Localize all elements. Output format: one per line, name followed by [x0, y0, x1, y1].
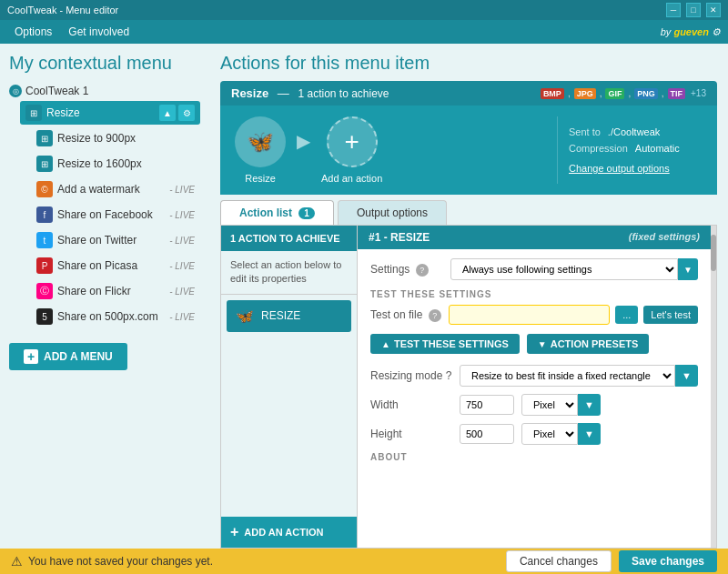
status-bar: ⚠ You have not saved your changes yet. C…: [0, 549, 728, 574]
test-these-settings-button[interactable]: ▲ TEST THESE SETTINGS: [370, 334, 520, 354]
sidebar-item-resize-1600[interactable]: ⊞ Resize to 1600px: [31, 152, 200, 176]
live-badge-watermark: - LIVE: [169, 185, 195, 195]
add-action-circle[interactable]: +: [327, 116, 378, 167]
file-type-png: PNG: [634, 88, 658, 99]
tree-settings-btn[interactable]: ⚙: [178, 105, 195, 121]
sidebar-item-twitter[interactable]: t Share on Twitter - LIVE: [31, 228, 200, 252]
height-label: Height: [370, 428, 452, 440]
tab-output-options[interactable]: Output options: [338, 200, 447, 225]
change-output-link[interactable]: Change output options: [569, 163, 692, 174]
test-section-label: TEST THESE SETTINGS: [370, 289, 698, 299]
settings-body: Settings ? Always use following settings…: [358, 249, 711, 548]
sidebar-item-resize[interactable]: ⊞ Resize ▲ ⚙: [20, 101, 200, 125]
height-unit-select[interactable]: Pixel: [521, 423, 578, 445]
sidebar-item-facebook[interactable]: f Share on Facebook - LIVE: [31, 203, 200, 227]
action-list-left: 1 ACTION TO ACHIEVE Select an action bel…: [221, 226, 358, 548]
main-container: My contextual menu ◎ CoolTweak 1 ⊞ Resiz…: [0, 44, 728, 549]
menubar: Options Get involved by gueven ⚙: [0, 20, 728, 44]
resize-900-icon: ⊞: [36, 130, 53, 146]
test-browse-button[interactable]: ...: [615, 306, 638, 324]
height-input[interactable]: [460, 424, 514, 444]
settings-select[interactable]: Always use following settings: [450, 258, 678, 280]
test-on-file-input[interactable]: [449, 305, 610, 325]
arrow-icon: ▶: [297, 130, 310, 152]
status-text: ⚠ You have not saved your changes yet.: [11, 554, 213, 569]
sidebar-item-watermark[interactable]: © Add a watermark - LIVE: [31, 177, 200, 201]
height-unit-wrap: Pixel ▼: [521, 423, 601, 445]
tree-up-btn[interactable]: ▲: [159, 105, 176, 121]
flickr-icon: Ⓒ: [36, 283, 53, 299]
file-sep2: ,: [600, 88, 602, 98]
action-visual-output: Sent to ./Cooltweak Compression Automati…: [557, 116, 703, 184]
resizing-mode-select-wrap: Resize to best fit inside a fixed rectan…: [460, 365, 698, 387]
settings-select-arrow[interactable]: ▼: [678, 258, 698, 280]
add-menu-button[interactable]: + ADD A MENU: [9, 343, 127, 370]
settings-label-text: Settings: [370, 263, 410, 276]
file-type-bmp: BMP: [541, 88, 564, 99]
width-unit-arrow[interactable]: ▼: [578, 394, 601, 416]
action-item-add[interactable]: + Add an action: [321, 116, 382, 184]
action-separator: —: [278, 86, 289, 100]
about-label: ABOUT: [370, 452, 698, 462]
sidebar-item-500px[interactable]: 5 Share on 500px.com - LIVE: [31, 305, 200, 328]
resizing-mode-row: Resizing mode ? Resize to best fit insid…: [370, 365, 698, 387]
action-item-resize-label: Resize: [245, 173, 276, 184]
sidebar-item-flickr[interactable]: Ⓒ Share on Flickr - LIVE: [31, 279, 200, 303]
action-presets-button[interactable]: ▼ ACTION PRESETS: [527, 334, 649, 354]
width-label: Width: [370, 398, 452, 411]
tab-action-list-label: Action list: [239, 206, 292, 219]
tabs-row: Action list 1 Output options: [220, 195, 717, 226]
action-list-item-resize[interactable]: 🦋 RESIZE: [227, 300, 351, 332]
warning-icon: ⚠: [11, 554, 23, 569]
menu-options[interactable]: Options: [7, 23, 59, 41]
resizing-mode-select[interactable]: Resize to best fit inside a fixed rectan…: [460, 365, 675, 387]
action-list-butterfly-icon: 🦋: [236, 307, 254, 325]
width-input[interactable]: [460, 395, 514, 415]
save-changes-button[interactable]: Save changes: [619, 550, 717, 572]
500px-icon: 5: [36, 308, 53, 325]
action-btns-row: ▲ TEST THESE SETTINGS ▼ ACTION PRESETS: [370, 334, 698, 354]
action-list-desc: Select an action below to edit its prope…: [221, 251, 357, 295]
add-an-action-button[interactable]: + ADD AN ACTION: [221, 517, 357, 548]
settings-header-title: #1 - RESIZE: [369, 231, 430, 244]
sidebar-item-picasa[interactable]: P Share on Picasa - LIVE: [31, 254, 200, 277]
width-row: Width Pixel ▼: [370, 394, 698, 416]
resize-circle[interactable]: 🦋: [235, 116, 286, 167]
maximize-button[interactable]: □: [686, 3, 701, 17]
menu-get-involved[interactable]: Get involved: [61, 23, 136, 41]
test-on-file-label: Test on file ?: [370, 308, 443, 322]
cancel-changes-button[interactable]: Cancel changes: [506, 550, 612, 572]
panel-title: Actions for this menu item: [220, 53, 717, 74]
sidebar-item-label-picasa: Share on Picasa: [57, 259, 165, 272]
action-presets-arrow: ▼: [538, 339, 547, 349]
resizing-mode-label-text: Resizing mode: [370, 369, 442, 382]
action-visual-inner: 🦋 Resize ▶ + Add an action Sent to: [235, 116, 703, 184]
content-area: 1 ACTION TO ACHIEVE Select an action bel…: [220, 226, 717, 549]
tree-root-label: CoolTweak 1: [25, 85, 88, 97]
test-on-file-row: Test on file ? ... Let's test: [370, 305, 698, 325]
height-unit-arrow[interactable]: ▼: [578, 423, 601, 445]
resizing-mode-arrow[interactable]: ▼: [675, 365, 698, 387]
titlebar: CoolTweak - Menu editor ─ □ ✕: [0, 0, 728, 20]
live-badge-twitter: - LIVE: [169, 236, 195, 246]
tab-action-list[interactable]: Action list 1: [220, 200, 334, 225]
sidebar-item-resize-900[interactable]: ⊞ Resize to 900px: [31, 126, 200, 150]
close-button[interactable]: ✕: [706, 3, 721, 17]
sidebar-item-label-watermark: Add a watermark: [57, 183, 165, 196]
sidebar-item-label-resize-900: Resize to 900px: [57, 132, 195, 145]
resize-icon: ⊞: [25, 105, 42, 121]
action-item-resize: 🦋 Resize: [235, 116, 286, 184]
sidebar-item-label-500px: Share on 500px.com: [57, 310, 165, 323]
output-compression-value: Automatic: [635, 143, 680, 154]
scrollbar-thumb[interactable]: [711, 235, 716, 271]
width-unit-select[interactable]: Pixel: [521, 394, 578, 416]
scrollbar[interactable]: [711, 226, 716, 548]
settings-select-wrap: Always use following settings ▼: [450, 258, 698, 280]
file-type-gif: GIF: [605, 88, 624, 99]
output-compression-row: Compression Automatic: [569, 143, 692, 154]
test-settings-label: TEST THESE SETTINGS: [394, 338, 509, 349]
action-header-right: BMP , JPG , GIF , PNG , TIF +13: [541, 88, 706, 99]
sidebar-title: My contextual menu: [9, 53, 200, 74]
lets-test-button[interactable]: Let's test: [643, 306, 698, 324]
minimize-button[interactable]: ─: [666, 3, 681, 17]
